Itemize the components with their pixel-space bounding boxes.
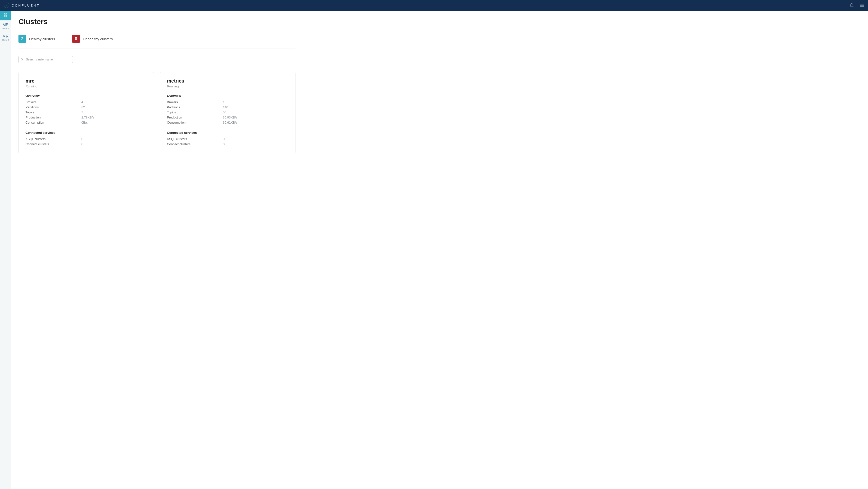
svg-point-7: [21, 59, 23, 60]
search-box: [19, 56, 73, 63]
connected-heading: Connected services: [26, 131, 147, 134]
unhealthy-clusters-stat: 0 Unhealthy clusters: [72, 35, 113, 43]
kv-val: 0: [82, 142, 147, 146]
kv-val: 0: [223, 142, 288, 146]
unhealthy-label: Unhealthy clusters: [83, 37, 113, 41]
kv-key: Topics: [167, 110, 223, 114]
cluster-status: Running: [167, 85, 288, 88]
search-input[interactable]: [19, 56, 73, 63]
kv-val: 0: [223, 137, 288, 141]
kv-brokers: Brokers 4: [26, 100, 147, 105]
kv-topics: Topics 55: [167, 110, 288, 115]
kv-key: Connect clusters: [167, 142, 223, 146]
kv-val: 140: [223, 105, 288, 109]
cluster-cards: mrc Running Overview Brokers 4 Partition…: [19, 72, 296, 153]
kv-key: Brokers: [167, 100, 223, 104]
svg-rect-5: [4, 15, 5, 17]
kv-val: 2.78KB/s: [82, 116, 147, 119]
kv-val: 30.62KB/s: [223, 121, 288, 124]
cluster-card-mrc[interactable]: mrc Running Overview Brokers 4 Partition…: [19, 72, 154, 153]
kv-partitions: Partitions 140: [167, 105, 288, 110]
healthy-clusters-stat: 2 Healthy clusters: [19, 35, 55, 43]
connected-heading: Connected services: [167, 131, 288, 134]
kv-val: 0B/s: [82, 121, 147, 124]
kv-ksql: KSQL clusters 0: [167, 136, 288, 141]
sidebar-item-abbr: MR: [0, 34, 11, 39]
kv-ksql: KSQL clusters 0: [26, 136, 147, 141]
cluster-name: metrics: [167, 78, 288, 84]
page-title: Clusters: [19, 18, 861, 26]
svg-rect-3: [4, 13, 5, 15]
kv-brokers: Brokers 1: [167, 100, 288, 105]
kv-key: KSQL clusters: [167, 137, 223, 141]
kv-val: 7: [82, 110, 147, 114]
sidebar-home-button[interactable]: [0, 11, 11, 21]
svg-rect-4: [6, 13, 7, 15]
svg-line-8: [22, 60, 23, 61]
cluster-name: mrc: [26, 78, 147, 84]
bell-icon[interactable]: [849, 3, 854, 7]
kv-val: 35.93KB/s: [223, 116, 288, 119]
kv-val: 55: [223, 110, 288, 114]
overview-heading: Overview: [167, 94, 288, 98]
sidebar-item-cluster-2[interactable]: MR Cluster 2: [0, 32, 11, 43]
kv-key: KSQL clusters: [26, 137, 82, 141]
confluent-logo-icon: [4, 3, 9, 8]
cluster-card-metrics[interactable]: metrics Running Overview Brokers 1 Parti…: [160, 72, 296, 153]
sidebar: ME Cluster 1 MR Cluster 2: [0, 11, 11, 489]
kv-consumption: Consumption 30.62KB/s: [167, 120, 288, 125]
kv-val: 1: [223, 100, 288, 104]
healthy-count-badge: 2: [19, 35, 26, 43]
kv-key: Connect clusters: [26, 142, 82, 146]
topbar-actions: [849, 3, 864, 7]
kv-key: Partitions: [26, 105, 82, 109]
topbar: CONFLUENT: [0, 0, 868, 11]
sidebar-item-abbr: ME: [0, 23, 11, 27]
kv-val: 82: [82, 105, 147, 109]
menu-icon[interactable]: [860, 3, 864, 7]
sidebar-item-cluster-1[interactable]: ME Cluster 1: [0, 21, 11, 32]
brand[interactable]: CONFLUENT: [4, 3, 40, 8]
kv-production: Production 2.78KB/s: [26, 115, 147, 120]
kv-connect: Connect clusters 0: [26, 141, 147, 146]
kv-key: Consumption: [26, 121, 82, 124]
kv-val: 4: [82, 100, 147, 104]
overview-heading: Overview: [26, 94, 147, 98]
cluster-status: Running: [26, 85, 147, 88]
health-stats: 2 Healthy clusters 0 Unhealthy clusters: [19, 35, 861, 43]
divider: [19, 48, 296, 49]
kv-key: Partitions: [167, 105, 223, 109]
search-icon: [21, 58, 23, 61]
brand-text: CONFLUENT: [12, 4, 40, 7]
healthy-label: Healthy clusters: [29, 37, 55, 41]
kv-key: Production: [167, 116, 223, 119]
kv-topics: Topics 7: [26, 110, 147, 115]
kv-key: Production: [26, 116, 82, 119]
kv-val: 0: [82, 137, 147, 141]
kv-key: Topics: [26, 110, 82, 114]
sidebar-item-label: Cluster 2: [0, 39, 11, 41]
main-content: Clusters 2 Healthy clusters 0 Unhealthy …: [11, 11, 868, 489]
kv-connect: Connect clusters 0: [167, 141, 288, 146]
grid-icon: [4, 13, 7, 18]
unhealthy-count-badge: 0: [72, 35, 80, 43]
kv-production: Production 35.93KB/s: [167, 115, 288, 120]
kv-partitions: Partitions 82: [26, 105, 147, 110]
svg-rect-6: [6, 15, 7, 17]
kv-consumption: Consumption 0B/s: [26, 120, 147, 125]
sidebar-item-label: Cluster 1: [0, 28, 11, 29]
kv-key: Brokers: [26, 100, 82, 104]
kv-key: Consumption: [167, 121, 223, 124]
